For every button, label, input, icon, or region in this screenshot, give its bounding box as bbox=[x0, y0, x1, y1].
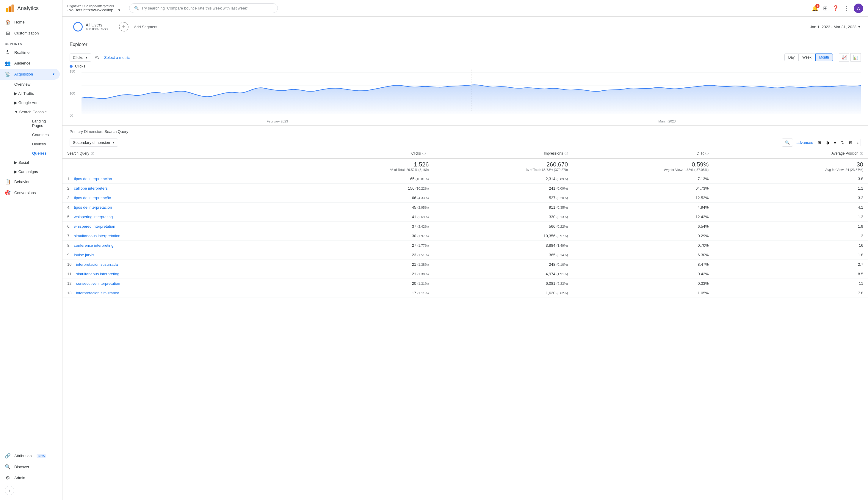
chart-area bbox=[81, 70, 861, 117]
table-search-box[interactable]: 🔍 bbox=[782, 138, 793, 147]
impressions-pct: (0.10%) bbox=[557, 263, 568, 266]
y-label-100: 100 bbox=[70, 92, 80, 95]
avatar[interactable]: A bbox=[854, 3, 863, 13]
table-row: 9. louise jarvis 23 (1.51%) 365 (0.14%) … bbox=[63, 250, 868, 260]
table-view-button[interactable]: ≡ bbox=[832, 139, 838, 146]
date-range-picker[interactable]: Jan 1, 2023 - Mar 31, 2023 ▼ bbox=[810, 25, 861, 29]
grid-view-button[interactable]: ⊞ bbox=[816, 139, 823, 146]
sidebar-item-devices[interactable]: Devices bbox=[29, 139, 60, 149]
table-row: 3. tipos de interpretação 66 (4.33%) 527… bbox=[63, 193, 868, 203]
query-text[interactable]: whispered interpretation bbox=[74, 224, 115, 229]
metric-dropdown-clicks[interactable]: Clicks ▼ bbox=[70, 54, 91, 61]
notification-button[interactable]: 🔔 1 bbox=[812, 5, 818, 12]
query-text[interactable]: simultaneous interpreting bbox=[76, 272, 119, 276]
query-text[interactable]: louise jarvis bbox=[74, 253, 94, 257]
pie-view-button[interactable]: ◑ bbox=[824, 139, 831, 146]
row-clicks-cell: 21 (1.38%) bbox=[294, 269, 434, 279]
segment-circle-icon bbox=[73, 22, 83, 32]
row-impressions-cell: 4,974 (1.91%) bbox=[433, 269, 572, 279]
home-icon: 🏠 bbox=[5, 19, 11, 25]
month-button[interactable]: Month bbox=[815, 54, 833, 61]
row-query-cell: 2. calliope interpreters bbox=[63, 184, 294, 193]
sidebar-item-admin[interactable]: ⚙ Admin bbox=[0, 472, 60, 484]
row-query-cell: 9. louise jarvis bbox=[63, 250, 294, 260]
help-button[interactable]: ❓ bbox=[832, 5, 839, 12]
bar-chart-button[interactable]: 📊 bbox=[850, 53, 861, 61]
sidebar-item-discover[interactable]: 🔍 Discover bbox=[0, 461, 60, 472]
row-impressions-cell: 2,314 (0.89%) bbox=[433, 174, 572, 184]
col-header-avg-position[interactable]: Average Position ⓘ bbox=[713, 149, 868, 158]
clicks-pct: (1.11%) bbox=[418, 291, 429, 295]
reports-section-label: REPORTS bbox=[0, 39, 62, 47]
sidebar-item-behavior[interactable]: 📋 Behavior bbox=[0, 176, 60, 187]
query-text[interactable]: consecutive interpretation bbox=[76, 281, 120, 286]
select-metric-link[interactable]: Select a metric bbox=[104, 55, 130, 60]
impressions-pct: (1.49%) bbox=[557, 244, 568, 247]
query-text[interactable]: conference interpreting bbox=[74, 243, 113, 248]
sort-view-button[interactable]: ⇅ bbox=[839, 139, 846, 146]
search-bar[interactable]: 🔍 Try searching "Compare bounce rate thi… bbox=[129, 3, 278, 13]
date-range-dropdown-icon: ▼ bbox=[858, 25, 861, 29]
row-avg-pos-cell: 8.5 bbox=[713, 269, 868, 279]
query-text[interactable]: tipos de interpretación bbox=[74, 177, 112, 181]
query-text[interactable]: tipos de interpretacion bbox=[74, 205, 112, 209]
sidebar-item-customization[interactable]: ⊞ Customization bbox=[0, 28, 60, 39]
row-avg-pos-cell: 1.1 bbox=[713, 184, 868, 193]
sidebar-item-acquisition[interactable]: 📡 Acquisition ▼ bbox=[0, 69, 60, 80]
secondary-dimension-button[interactable]: Secondary dimension ▼ bbox=[70, 138, 118, 147]
acquisition-icon: 📡 bbox=[5, 71, 11, 77]
row-number: 6. bbox=[67, 224, 70, 229]
impressions-pct: (0.13%) bbox=[557, 215, 568, 219]
sidebar-item-search-console[interactable]: ▼ Search Console bbox=[14, 107, 60, 116]
query-text[interactable]: whispering interpreting bbox=[74, 215, 113, 219]
sidebar-item-social[interactable]: ▶ Social bbox=[14, 158, 60, 167]
table-row: 12. consecutive interpretation 20 (1.31%… bbox=[63, 279, 868, 288]
query-text[interactable]: interpretación susurrada bbox=[76, 262, 118, 266]
breadcrumb-bottom[interactable]: -No Bots http://www.calliop... ▼ bbox=[67, 8, 121, 12]
col-header-impressions[interactable]: Impressions ⓘ bbox=[433, 149, 572, 158]
sidebar-collapse-button[interactable]: ‹ bbox=[5, 486, 14, 495]
query-text[interactable]: interpretacion simultanea bbox=[76, 291, 119, 295]
sidebar-item-campaigns[interactable]: ▶ Campaigns bbox=[14, 167, 60, 176]
google-ads-expand-icon: ▶ bbox=[14, 101, 19, 105]
sidebar-item-landing-pages[interactable]: Landing Pages bbox=[29, 116, 60, 130]
topbar: BrightSite › Calliope-Interpreters -No B… bbox=[63, 0, 868, 16]
realtime-icon: ⏱ bbox=[5, 50, 11, 55]
clicks-pct: (1.97%) bbox=[418, 234, 429, 238]
sidebar-item-google-ads[interactable]: ▶ Google Ads bbox=[14, 98, 60, 107]
col-header-search-query[interactable]: Search Query ⓘ bbox=[63, 149, 294, 158]
col-header-clicks[interactable]: Clicks ⓘ ↓ bbox=[294, 149, 434, 158]
row-query-cell: 5. whispering interpreting bbox=[63, 212, 294, 222]
sidebar-item-realtime[interactable]: ⏱ Realtime bbox=[0, 47, 60, 58]
row-clicks-cell: 165 (10.81%) bbox=[294, 174, 434, 184]
advanced-link[interactable]: advanced bbox=[797, 140, 813, 145]
all-users-segment[interactable]: All Users 100.00% Clicks bbox=[70, 20, 112, 33]
filter-view-button[interactable]: ⊟ bbox=[847, 139, 854, 146]
day-button[interactable]: Day bbox=[784, 54, 798, 61]
query-text[interactable]: simultaneous interpretation bbox=[74, 234, 120, 238]
sidebar-item-overview[interactable]: Overview bbox=[14, 80, 60, 89]
add-segment-button[interactable]: + + Add Segment bbox=[119, 22, 157, 32]
sidebar-item-all-traffic[interactable]: ▶ All Traffic bbox=[14, 89, 60, 98]
week-button[interactable]: Week bbox=[798, 54, 815, 61]
line-chart-button[interactable]: 📈 bbox=[839, 53, 849, 61]
topbar-icons: 🔔 1 ⊞ ❓ ⋮ A bbox=[812, 3, 863, 13]
apps-button[interactable]: ⊞ bbox=[823, 5, 827, 12]
sidebar-item-attribution[interactable]: 🔗 Attribution BETA bbox=[0, 450, 60, 461]
col-header-ctr[interactable]: CTR ⓘ bbox=[572, 149, 713, 158]
avg-pos-info-icon: ⓘ bbox=[860, 151, 863, 155]
x-label-mar: March 2023 bbox=[658, 120, 676, 123]
row-number: 5. bbox=[67, 215, 70, 219]
query-text[interactable]: calliope interpreters bbox=[74, 186, 108, 191]
more-options-button[interactable]: ⋮ bbox=[844, 5, 849, 12]
y-label-150: 150 bbox=[70, 70, 80, 73]
export-button[interactable]: ↓ bbox=[855, 139, 861, 146]
sidebar-item-audience[interactable]: 👥 Audience bbox=[0, 58, 60, 69]
row-avg-pos-cell: 4.1 bbox=[713, 203, 868, 212]
query-text[interactable]: tipos de interpretação bbox=[74, 196, 111, 200]
clicks-pct: (10.22%) bbox=[415, 187, 429, 190]
sidebar-item-countries[interactable]: Countries bbox=[29, 130, 60, 139]
sidebar-item-queries[interactable]: Queries bbox=[29, 149, 60, 158]
sidebar-item-conversions[interactable]: 🎯 Conversions bbox=[0, 187, 60, 198]
sidebar-item-home[interactable]: 🏠 Home bbox=[0, 16, 60, 28]
